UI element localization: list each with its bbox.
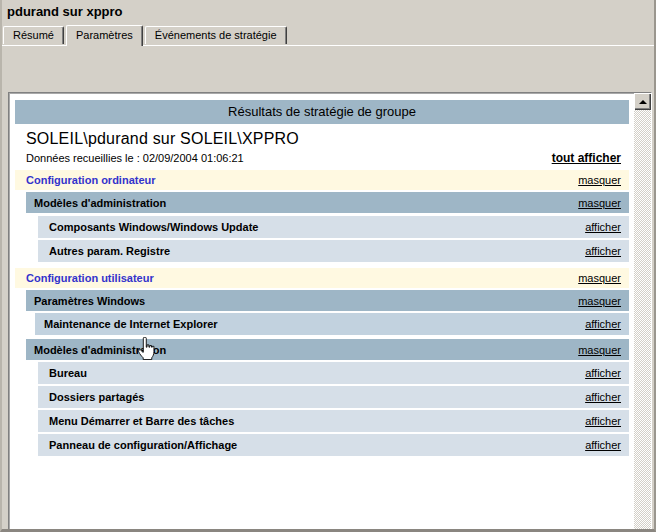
policy-row: Dossiers partagésafficher — [38, 386, 629, 408]
row-label: Dossiers partagés — [49, 391, 144, 403]
tab-parametres[interactable]: Paramètres — [66, 25, 143, 46]
row-label: Configuration utilisateur — [26, 272, 154, 284]
data-collected-label: Données recueillies le : 02/09/2004 01:0… — [26, 152, 244, 164]
row-label: Paramètres Windows — [34, 295, 145, 307]
policy-row: Autres param. Registreafficher — [38, 240, 629, 262]
masquer-link[interactable]: masquer — [578, 197, 621, 209]
row-label: Menu Démarrer et Barre des tâches — [49, 415, 234, 427]
report-content: Résultats de stratégie de groupe SOLEIL\… — [10, 94, 633, 532]
row-label: Modèles d'administration — [34, 344, 166, 356]
config-section-row: Configuration ordinateurmasquer — [15, 170, 629, 190]
report-rows: Configuration ordinateurmasquerModèles d… — [15, 170, 629, 456]
config-section-row: Configuration utilisateurmasquer — [15, 268, 629, 288]
policy-row: Maintenance de Internet Explorerafficher — [35, 313, 629, 335]
tout-afficher-link[interactable]: tout afficher — [552, 151, 621, 165]
policy-row: Panneau de configuration/Affichageaffich… — [38, 434, 629, 456]
vertical-scrollbar[interactable] — [634, 93, 651, 532]
afficher-link[interactable]: afficher — [585, 245, 621, 257]
window-title: pdurand sur xppro — [7, 4, 123, 19]
row-label: Maintenance de Internet Explorer — [44, 318, 218, 330]
policy-row: Bureauafficher — [38, 362, 629, 384]
masquer-link[interactable]: masquer — [578, 344, 621, 356]
policy-row: Menu Démarrer et Barre des tâchesaffiche… — [38, 410, 629, 432]
policy-row: Modèles d'administrationmasquer — [26, 192, 629, 213]
report-info-row: Données recueillies le : 02/09/2004 01:0… — [15, 151, 629, 165]
policy-row: Modèles d'administrationmasquer — [26, 339, 629, 360]
policy-row: Composants Windows/Windows Updateaffiche… — [38, 216, 629, 238]
afficher-link[interactable]: afficher — [585, 415, 621, 427]
tab-evenements-de-strategie[interactable]: Événements de stratégie — [145, 26, 287, 44]
row-label: Modèles d'administration — [34, 197, 166, 209]
group-policy-report-pane: Résultats de stratégie de groupe SOLEIL\… — [8, 92, 652, 532]
row-label: Composants Windows/Windows Update — [49, 221, 258, 233]
afficher-link[interactable]: afficher — [585, 221, 621, 233]
up-triangle-icon — [639, 100, 647, 104]
scroll-up-button[interactable] — [634, 93, 651, 110]
tab-bar: Résumé Paramètres Événements de stratégi… — [3, 25, 289, 46]
afficher-link[interactable]: afficher — [585, 367, 621, 379]
masquer-link[interactable]: masquer — [578, 272, 621, 284]
report-subject: SOLEIL\pdurand sur SOLEIL\XPPRO — [26, 130, 629, 148]
masquer-link[interactable]: masquer — [578, 295, 621, 307]
afficher-link[interactable]: afficher — [585, 391, 621, 403]
tab-resume[interactable]: Résumé — [3, 26, 64, 44]
afficher-link[interactable]: afficher — [585, 318, 621, 330]
row-label: Configuration ordinateur — [26, 174, 156, 186]
row-label: Bureau — [49, 367, 87, 379]
row-label: Panneau de configuration/Affichage — [49, 439, 237, 451]
row-label: Autres param. Registre — [49, 245, 170, 257]
report-header: Résultats de stratégie de groupe — [15, 100, 629, 124]
masquer-link[interactable]: masquer — [578, 174, 621, 186]
policy-row: Paramètres Windowsmasquer — [26, 290, 629, 311]
tab-page: Résultats de stratégie de groupe SOLEIL\… — [0, 45, 656, 532]
afficher-link[interactable]: afficher — [585, 439, 621, 451]
